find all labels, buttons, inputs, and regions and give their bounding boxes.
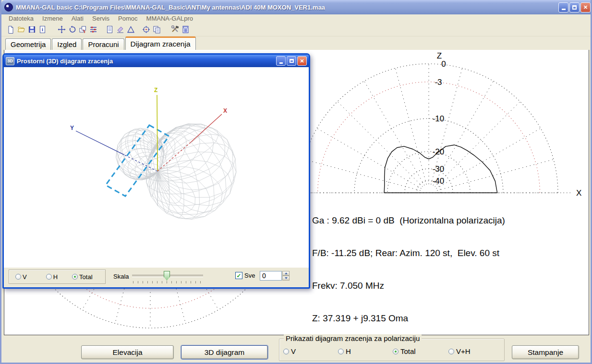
move-icon[interactable] (56, 24, 67, 35)
groupbox-label: Prikazati dijagram zracenja za polarizac… (284, 334, 422, 342)
menu-alati[interactable]: Alati (67, 15, 88, 22)
slider-ticks (133, 281, 203, 283)
titlebar: MMANA-GAL basic C:\Program Files\MMANA-G… (1, 0, 592, 14)
float-window-title: Prostorni (3D) dijagram zracenja (17, 58, 113, 65)
svg-text:-3: -3 (435, 78, 442, 87)
radio-v[interactable]: V (283, 347, 296, 355)
result-gain: Ga : 9.62 dBi = 0 dB (Horizontalna polar… (312, 215, 581, 226)
settings-sliders-icon[interactable] (88, 24, 98, 35)
main-window: MMANA-GAL basic C:\Program Files\MMANA-G… (0, 0, 592, 364)
svg-text:-10: -10 (433, 114, 445, 123)
menu-datoteka[interactable]: Datoteka (4, 15, 38, 22)
menu-mmana-galpro[interactable]: MMANA-GALpro (142, 15, 198, 22)
scale-label: Skala (113, 273, 129, 280)
3d-pattern-wireframe: ZXY (4, 67, 309, 267)
menu-servis[interactable]: Servis (88, 15, 114, 22)
spin-up-icon[interactable] (282, 271, 290, 276)
stampanje-button[interactable]: Stampanje (512, 345, 579, 359)
menu-izmene[interactable]: Izmene (38, 15, 67, 22)
rotate-icon[interactable] (67, 24, 77, 35)
float-maximize-button[interactable] (287, 56, 296, 66)
elevacija-button[interactable]: Elevacija (81, 345, 174, 359)
menubar: Datoteka Izmene Alati Servis Pomoc MMANA… (1, 14, 592, 23)
polarization-radio-panel: V H Total (9, 270, 106, 284)
triangle-delta-icon[interactable] (125, 24, 136, 35)
radio-v-3d[interactable]: V (15, 273, 27, 281)
3d-window-icon: 3D (6, 57, 14, 65)
x-axis-label: X (223, 107, 227, 114)
svg-text:-40: -40 (433, 176, 445, 186)
target-center-icon[interactable] (141, 24, 151, 35)
result-impedance: Z: 37.319 + j9.315 Oma (312, 313, 581, 324)
calculator-icon[interactable] (180, 24, 191, 35)
3d-dijagram-button[interactable]: 3D dijagram (181, 345, 268, 359)
radio-h-3d[interactable]: H (46, 273, 58, 281)
float-minimize-button[interactable] (276, 56, 286, 66)
radio-h[interactable]: H (338, 347, 351, 355)
bottom-bar: Elevacija 3D dijagram Prikazati dijagram… (1, 335, 592, 363)
svg-text:i: i (42, 27, 43, 32)
tab-izgled[interactable]: Izgled (52, 38, 82, 50)
window-restore-icon[interactable] (77, 24, 88, 35)
scale-slider[interactable] (132, 270, 204, 284)
copy-icon[interactable] (151, 24, 162, 35)
radio-total[interactable]: Total (393, 347, 416, 355)
maximize-button[interactable] (569, 2, 580, 12)
svg-text:Z: Z (437, 51, 442, 60)
minimize-button[interactable] (558, 2, 568, 12)
tab-geometrija[interactable]: Geometrija (5, 38, 51, 50)
float-titlebar: 3D Prostorni (3D) dijagram zracenja ✕ (4, 55, 309, 67)
close-button[interactable]: ✕ (580, 2, 591, 12)
tab-bar: Geometrija Izgled Proracuni Dijagram zra… (1, 36, 592, 50)
tab-dijagram-zracenja[interactable]: Dijagram zracenja (125, 36, 196, 50)
info-icon[interactable]: i (37, 24, 48, 35)
open-folder-icon[interactable] (16, 24, 26, 35)
float-close-button[interactable]: ✕ (297, 56, 307, 66)
svg-text:0: 0 (441, 59, 446, 69)
prostorni-3d-window: 3D Prostorni (3D) dijagram zracenja ✕ ZX… (2, 53, 310, 289)
eraser-icon[interactable] (115, 24, 125, 35)
checkbox-check-icon: ✓ (235, 272, 242, 279)
angle-spinner (282, 271, 290, 281)
y-axis-label: Y (70, 125, 74, 131)
angle-spin-input[interactable] (260, 271, 282, 281)
slider-thumb[interactable] (164, 271, 170, 281)
result-fb: F/B: -11.25 dB; Rear: Azim. 120 st, Elev… (312, 248, 581, 259)
new-file-icon[interactable] (5, 24, 16, 35)
app-logo-icon (4, 3, 13, 12)
polarization-groupbox: Prikazati dijagram zracenja za polarizac… (279, 339, 505, 361)
radio-v-plus-h[interactable]: V+H (448, 347, 471, 355)
z-axis-label: Z (154, 87, 157, 94)
sve-checkbox[interactable]: ✓ Sve (235, 272, 255, 279)
toolbar: i (1, 23, 592, 36)
radio-total-3d[interactable]: Total (72, 273, 92, 281)
3d-view[interactable]: ZXY (4, 67, 309, 267)
tools-icon[interactable] (169, 24, 180, 35)
result-freq: Frekv: 7.050 MHz (312, 281, 581, 292)
spin-down-icon[interactable] (282, 276, 290, 281)
svg-text:-30: -30 (433, 164, 445, 174)
menu-pomoc[interactable]: Pomoc (114, 15, 142, 22)
window-title: MMANA-GAL basic C:\Program Files\MMANA-G… (16, 4, 325, 11)
save-icon[interactable] (26, 24, 37, 35)
tab-proracuni[interactable]: Proracuni (83, 38, 124, 50)
document-view-icon[interactable] (104, 24, 115, 35)
float-controls-bar: V H Total Skala ✓ Sve (4, 267, 309, 286)
